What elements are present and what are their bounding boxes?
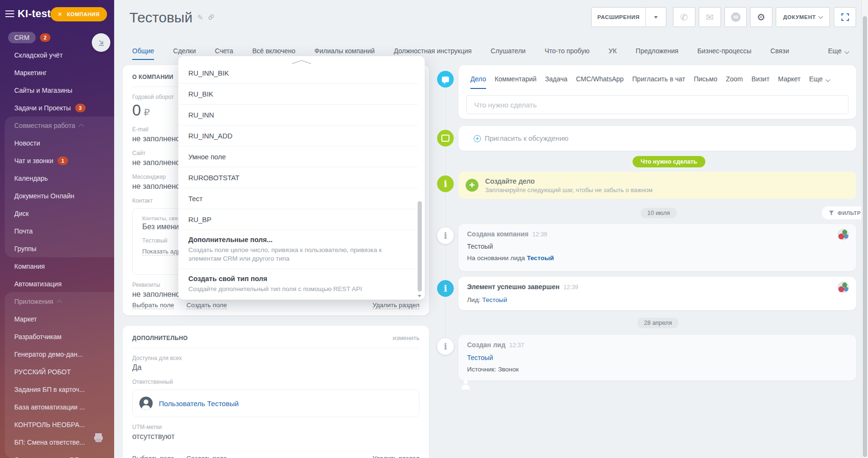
activity-tab-market[interactable]: Маркет	[778, 75, 800, 89]
additional-fields-option[interactable]: Дополнительные поля... Создать поле цело…	[178, 230, 418, 269]
timeline-entry-lead-created[interactable]: Создан лид12:37 Тестоый Источник: Звонок	[458, 335, 856, 380]
activity-tab-zoom[interactable]: Zoom	[726, 75, 743, 89]
chat-button[interactable]	[724, 7, 747, 27]
info-icon-white: i	[437, 338, 454, 355]
page-scrollbar[interactable]	[861, 0, 868, 458]
activity-tab-invite-chat[interactable]: Пригласить в чат	[632, 75, 685, 89]
delete-section-link[interactable]: Удалить раздел	[372, 302, 419, 309]
todo-hint-pill: Что нужно сделать	[633, 156, 705, 167]
hamburger-menu-icon[interactable]	[5, 10, 14, 19]
sidebar-item-news[interactable]: Новости	[0, 134, 114, 152]
sidebar-item-developers[interactable]: Разработчикам	[0, 328, 114, 345]
print-icon[interactable]	[93, 432, 104, 443]
tab-business-processes[interactable]: Бизнес-процессы	[697, 47, 751, 60]
timeline-entry-company-created[interactable]: Создана компания12:39 Тестоый На основан…	[458, 224, 856, 271]
field-type-dropdown: RU_INN_BIK RU_BIK RU_INN RU_INN_ADD Умно…	[178, 56, 425, 300]
sidebar-item-mail[interactable]: Почта	[0, 222, 114, 240]
sidebar-item-chat[interactable]: Чат и звонки1	[0, 152, 114, 169]
filter-button[interactable]: ФИЛЬТР	[822, 206, 868, 219]
sidebar-section-apps[interactable]: Приложения	[0, 292, 114, 310]
activity-tab-letter[interactable]: Письмо	[694, 75, 718, 89]
plus-icon[interactable]: +	[466, 179, 478, 192]
available-for-all-value[interactable]: Да	[132, 363, 419, 372]
sidebar-item-groups[interactable]: Группы	[0, 240, 114, 257]
popup-scrollbar-thumb[interactable]	[418, 201, 422, 292]
edit-pencil-icon[interactable]: ✎	[197, 13, 204, 22]
activity-tab-deal[interactable]: Дело	[470, 75, 486, 89]
extensions-dropdown-arrow[interactable]	[646, 16, 666, 19]
sidebar-item-automation-base[interactable]: База автоматизации ...	[0, 398, 114, 416]
call-button[interactable]: ✆	[673, 7, 695, 27]
responsible-user-link[interactable]: Пользователь Тестовый	[159, 400, 239, 408]
company-badge[interactable]: ✕ КОМПАНИЯ	[50, 7, 107, 21]
close-icon[interactable]: ✕	[58, 11, 63, 18]
create-task-subtitle: Запланируйте следующий шаг, чтобы не заб…	[485, 186, 653, 194]
select-field-link[interactable]: Выбрать поле	[132, 455, 174, 458]
field-type-option[interactable]: RU_BIK	[178, 84, 418, 105]
create-field-link[interactable]: Создать поле	[186, 302, 227, 309]
avatar	[139, 397, 153, 410]
sidebar-item-bp-tasks[interactable]: Задания БП в карточ...	[0, 380, 114, 398]
sidebar-menu: CRM2 Складской учёт Маркетинг Сайты и Ма…	[0, 29, 114, 458]
envelope-icon: ✉	[706, 12, 714, 22]
field-type-option[interactable]: RU_INN	[178, 105, 418, 126]
settings-button[interactable]: ⚙	[750, 7, 772, 27]
email-button[interactable]: ✉	[699, 7, 721, 27]
sidebar-item-demo-generator[interactable]: Генератор демо-дан...	[0, 345, 114, 363]
create-field-link[interactable]: Создать поле	[186, 455, 227, 458]
select-field-link[interactable]: Выбрать поле	[132, 302, 174, 309]
field-type-option[interactable]: Тест	[178, 188, 418, 209]
field-type-option[interactable]: RU_BP	[178, 209, 418, 230]
utm-value[interactable]: отсутствуют	[132, 432, 419, 441]
invite-discussion-card[interactable]: + Пригласить к обсуждению	[458, 126, 856, 151]
tab-listeners[interactable]: Слушатели	[491, 47, 526, 60]
sidebar-item-sites[interactable]: Сайты и Магазины	[0, 81, 114, 99]
activity-tab-more[interactable]: Еще	[809, 75, 829, 89]
tab-uk[interactable]: УК	[609, 47, 617, 60]
tab-offers[interactable]: Предложения	[636, 47, 679, 60]
sidebar-item-disk[interactable]: Диск	[0, 205, 114, 222]
sidebar-item-marketing[interactable]: Маркетинг	[0, 64, 114, 81]
activity-tab-comment[interactable]: Комментарий	[495, 75, 536, 89]
tab-general[interactable]: Общие	[132, 47, 154, 60]
scrollbar-thumb[interactable]	[863, 16, 867, 457]
sidebar-collapse-button[interactable]	[92, 33, 110, 52]
sidebar-item-rest-docs[interactable]: Документация по RE...	[0, 451, 114, 458]
sidebar-item-market[interactable]: Маркет	[0, 310, 114, 328]
document-button[interactable]: ДОКУМЕНТ	[776, 7, 830, 27]
sidebar-item-docs-online[interactable]: Документы Онлайн	[0, 187, 114, 205]
activity-tab-task[interactable]: Задача	[545, 75, 567, 89]
delete-section-link[interactable]: Удалить раздел	[372, 455, 419, 458]
fullscreen-button[interactable]	[834, 7, 856, 27]
field-label: UTM-метки	[132, 424, 419, 430]
extensions-button[interactable]: РАСШИРЕНИЯ	[591, 7, 666, 27]
copy-link-icon[interactable]	[208, 14, 215, 22]
create-task-hint-card[interactable]: + Создайте дело Запланируйте следующий ш…	[458, 172, 856, 199]
tab-links[interactable]: Связи	[770, 47, 789, 60]
timeline-entry-element-completed[interactable]: Элемент успешно завершен12:39 Лид: Тесто…	[458, 277, 856, 310]
activity-tab-sms[interactable]: СМС/WhatsApp	[576, 75, 624, 89]
lead-link[interactable]: Тестоый	[467, 354, 493, 361]
todo-input[interactable]	[466, 95, 848, 114]
sidebar-item-tasks[interactable]: Задачи и Проекты3	[0, 99, 114, 117]
tabs-more-button[interactable]: Еще	[828, 47, 848, 55]
sidebar-item-control[interactable]: КОНТРОЛЬ НЕОБРА...	[0, 416, 114, 433]
lead-link[interactable]: Тестоый	[527, 254, 554, 262]
activity-tab-visit[interactable]: Визит	[751, 75, 770, 89]
field-type-option[interactable]: Умное поле	[178, 146, 418, 167]
sidebar-item-calendar[interactable]: Календарь	[0, 169, 114, 187]
edit-section-link[interactable]: изменить	[392, 334, 419, 341]
custom-field-type-option[interactable]: Создать свой тип поля Создайте дополните…	[178, 269, 418, 299]
field-type-option[interactable]: RU_INN_ADD	[178, 126, 418, 146]
scroll-down-icon[interactable]	[418, 295, 421, 297]
responsible-card[interactable]: Пользователь Тестовый	[132, 390, 419, 417]
sidebar-item-russian-robot[interactable]: РУССКИЙ РОБОТ	[0, 363, 114, 380]
sidebar-item-automation[interactable]: Автоматизация	[0, 275, 114, 292]
lead-link[interactable]: Тестоый	[482, 296, 507, 303]
sidebar-section-collab[interactable]: Совместная работа	[0, 117, 114, 134]
sidebar-item-company[interactable]: Компания	[0, 257, 114, 275]
tab-trying[interactable]: Что-то пробую	[545, 47, 589, 60]
chevron-down-icon	[844, 49, 849, 54]
field-type-option[interactable]: RUROBOTSTAT	[178, 167, 418, 188]
scroll-up-icon[interactable]	[291, 58, 312, 67]
